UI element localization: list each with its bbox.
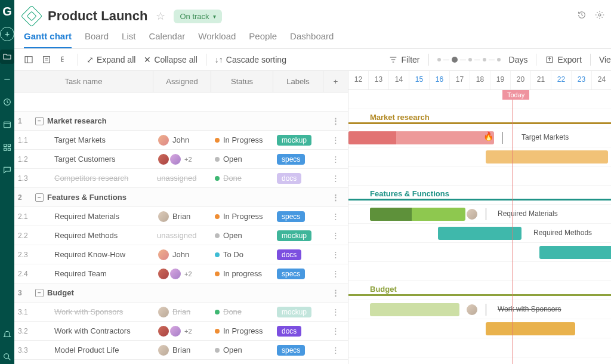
assigned-cell: +2 — [153, 153, 211, 166]
cascade-sort-button[interactable]: ↓↑Cascade sorting — [215, 55, 286, 64]
tab-workload[interactable]: Workload — [198, 31, 236, 48]
task-row[interactable]: 2.4Required Team+2In progressspecs⋮ — [14, 264, 348, 283]
tab-people[interactable]: People — [249, 31, 277, 48]
add-column-button[interactable]: + — [323, 71, 348, 92]
task-name-cell: Required Team — [35, 269, 153, 278]
gantt-bar[interactable] — [348, 131, 494, 144]
tab-dashboard[interactable]: Dashboard — [290, 31, 334, 48]
row-menu-icon[interactable]: ⋮ — [323, 212, 348, 221]
tab-calendar[interactable]: Calendar — [149, 31, 185, 48]
task-row[interactable]: 3.2Work with Contractors+2In Progressdoc… — [14, 322, 348, 341]
svg-rect-1 — [4, 122, 11, 127]
task-group-row[interactable]: 2−Features & Functions⋮ — [14, 188, 348, 207]
task-group-row[interactable]: 1−Market research⋮ — [14, 112, 348, 131]
svg-rect-9 — [44, 57, 50, 63]
gantt-bar[interactable] — [370, 208, 465, 221]
export-button[interactable]: Export — [545, 55, 581, 64]
task-name-cell: Target Markets — [35, 135, 153, 144]
row-menu-icon[interactable]: ⋮ — [323, 231, 348, 240]
task-name-cell: Required Methods — [35, 231, 153, 240]
nav-bell-icon[interactable] — [0, 327, 14, 341]
task-number: 3.1 — [14, 308, 35, 316]
settings-icon[interactable] — [595, 10, 604, 22]
hierarchy-icon[interactable] — [60, 55, 69, 64]
collapse-all-button[interactable]: ✕Collapse all — [144, 55, 197, 64]
tab-gantt-chart[interactable]: Gantt chart — [24, 31, 72, 48]
expand-toggle[interactable]: − — [35, 289, 44, 297]
gantt-bar[interactable] — [370, 303, 459, 316]
gantt-header: 121314151617181920212223242 — [348, 71, 611, 90]
task-name-cell: Required Know-How — [35, 250, 153, 259]
assigned-cell: unassigned — [153, 231, 211, 240]
tab-board[interactable]: Board — [85, 31, 109, 48]
assigned-cell: John — [153, 248, 211, 261]
row-menu-icon[interactable]: ⋮ — [323, 288, 348, 297]
label-cell: specs — [273, 269, 323, 279]
task-row[interactable]: 2.2Required MethodsunassignedOpenmockup⋮ — [14, 226, 348, 245]
history-icon[interactable] — [577, 10, 587, 22]
expand-toggle[interactable]: − — [35, 117, 44, 125]
avatar — [465, 303, 479, 316]
task-row[interactable]: 1.1Target MarketsJohnIn Progressmockup⋮ — [14, 131, 348, 150]
nav-search-icon[interactable] — [0, 350, 14, 364]
status-pill[interactable]: On track▾ — [174, 10, 221, 23]
row-menu-icon[interactable]: ⋮ — [323, 269, 348, 278]
label-cell: specs — [273, 345, 323, 356]
filter-button[interactable]: Filter — [388, 55, 419, 64]
nav-folder-icon[interactable] — [0, 50, 14, 64]
expand-all-button[interactable]: ⤢Expand all — [87, 55, 135, 64]
day-cell: 24 — [592, 71, 611, 90]
gantt-bar[interactable] — [486, 322, 575, 335]
row-menu-icon[interactable]: ⋮ — [323, 307, 348, 316]
row-menu-icon[interactable]: ⋮ — [323, 116, 348, 125]
star-icon[interactable]: ☆ — [156, 10, 165, 23]
nav-clock-icon[interactable] — [0, 95, 14, 109]
expand-toggle[interactable]: − — [35, 193, 44, 202]
avatar — [157, 344, 170, 357]
svg-point-7 — [598, 14, 601, 16]
task-name-cell: Target Customers — [35, 155, 153, 164]
row-menu-icon[interactable]: ⋮ — [323, 135, 348, 144]
row-menu-icon[interactable]: ⋮ — [323, 174, 348, 183]
view-button[interactable]: View▾ — [599, 55, 611, 64]
toolbar: ⤢Expand all ✕Collapse all ↓↑Cascade sort… — [14, 49, 611, 71]
gantt-bar[interactable] — [539, 246, 611, 259]
row-menu-icon[interactable]: ⋮ — [323, 346, 348, 354]
task-row[interactable]: 3.3Model Product LifeBrianOpenspecs⋮ — [14, 341, 348, 360]
row-menu-icon[interactable]: ⋮ — [323, 193, 348, 202]
gantt-bar[interactable] — [438, 227, 521, 240]
task-row[interactable]: 1.2Target Customers+2Openspecs⋮ — [14, 150, 348, 169]
row-menu-icon[interactable]: ⋮ — [323, 250, 348, 259]
tab-list[interactable]: List — [122, 31, 135, 48]
avatar — [169, 267, 182, 280]
nav-divider-icon[interactable] — [0, 72, 14, 87]
collapse-pane-icon[interactable] — [24, 55, 33, 64]
label-cell: docs — [273, 249, 323, 260]
task-row[interactable]: 3.1Work with SponsorsBrianDonemockup⋮ — [14, 303, 348, 322]
project-title: Product Launch — [48, 8, 147, 24]
label-cell: specs — [273, 211, 323, 222]
status-cell: Done — [211, 307, 273, 316]
row-menu-icon[interactable]: ⋮ — [323, 155, 348, 164]
gantt-group-line — [348, 122, 611, 124]
gantt-bar[interactable] — [486, 150, 608, 164]
nav-board-icon[interactable] — [0, 118, 14, 132]
add-button[interactable]: + — [0, 27, 14, 41]
day-cell: 15 — [409, 71, 430, 90]
task-row[interactable]: 1.3Competitors researchunassignedDonedoc… — [14, 169, 348, 188]
task-list-icon[interactable] — [42, 55, 51, 64]
avatar — [157, 325, 170, 338]
task-row[interactable]: 2.1Required MaterialsBrianIn Progressspe… — [14, 207, 348, 226]
nav-grid-icon[interactable] — [0, 140, 14, 155]
nav-chat-icon[interactable] — [0, 163, 14, 177]
col-task: Task name — [14, 71, 153, 92]
task-row[interactable]: 2.3Required Know-HowJohnTo Dodocs⋮ — [14, 245, 348, 264]
task-group-row[interactable]: 3−Budget⋮ — [14, 283, 348, 303]
label-cell: specs — [273, 154, 323, 165]
label-cell: mockup — [273, 135, 323, 146]
row-menu-icon[interactable]: ⋮ — [323, 326, 348, 335]
assigned-cell: John — [153, 134, 211, 147]
zoom-slider[interactable] — [437, 57, 501, 63]
avatar — [157, 306, 170, 319]
avatar — [169, 153, 182, 166]
